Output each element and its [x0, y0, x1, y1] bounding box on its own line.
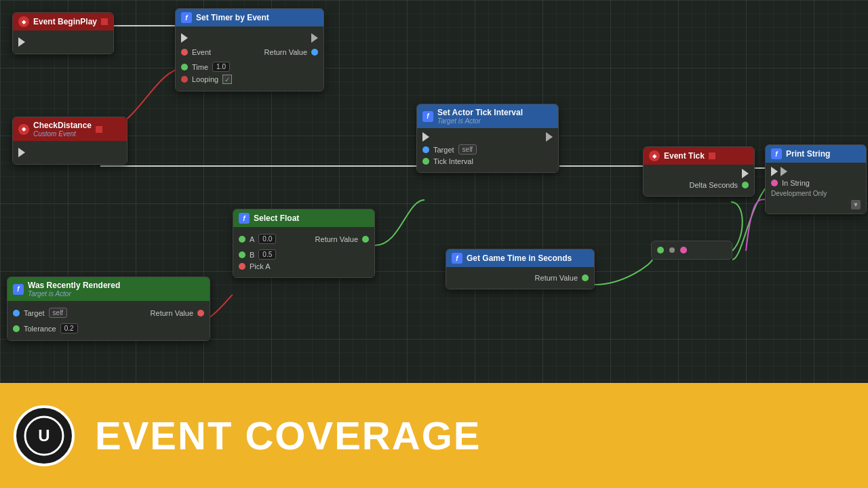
dev-only-label: Development Only: [771, 190, 827, 197]
in-string-label: In String: [782, 179, 810, 187]
a-label: A: [250, 235, 254, 243]
exec-in-pin: [771, 167, 778, 176]
set-timer-title: Set Timer by Event: [196, 13, 269, 22]
a-value[interactable]: 0.0: [258, 234, 276, 244]
select-float-title: Select Float: [254, 214, 299, 223]
print-string-body: In String Development Only ▼: [766, 163, 866, 214]
target-self-tag: self: [49, 308, 68, 318]
target-self-tag: self: [458, 144, 477, 155]
looping-pin: [181, 76, 188, 83]
event-icon: ◆: [18, 124, 29, 135]
event-icon: ◆: [649, 150, 660, 161]
return-row: Return Value: [315, 235, 369, 243]
event-begin-play-title: Event BeginPlay: [33, 17, 97, 26]
looping-checkbox[interactable]: ✓: [222, 75, 232, 84]
check-distance-header: ◆ CheckDistance Custom Event: [13, 117, 127, 141]
input-pin-1: [657, 247, 664, 253]
exec-out-pin: [781, 167, 787, 176]
was-recently-subtitle: Target is Actor: [28, 290, 120, 298]
delta-seconds-row: Delta Seconds: [649, 181, 749, 189]
looping-label: Looping: [192, 75, 218, 83]
target-label: Target: [24, 309, 45, 317]
event-icon: ◆: [18, 16, 29, 27]
header-red-pin: [96, 126, 102, 133]
exec-out-pin: [742, 169, 749, 178]
check-distance-subtitle: Custom Event: [33, 130, 92, 138]
fn-icon: f: [13, 284, 24, 295]
check-distance-title: CheckDistance: [33, 121, 92, 130]
footer-bar: U EVENT COVERAGE: [0, 383, 868, 488]
time-label: Time: [192, 63, 208, 71]
target-row: Target self: [422, 144, 553, 155]
set-timer-header: f Set Timer by Event: [176, 9, 323, 26]
exec-out-pin: [18, 37, 25, 47]
fn-icon: f: [422, 111, 433, 122]
fn-icon: f: [452, 253, 462, 264]
footer-title: EVENT COVERAGE: [95, 413, 481, 458]
select-float-body: A 0.0 Return Value B 0.5 Pick A: [233, 227, 374, 277]
delta-seconds-label: Delta Seconds: [689, 181, 738, 189]
event-tick-node: ◆ Event Tick Delta Seconds: [643, 146, 755, 197]
set-actor-tick-header: f Set Actor Tick Interval Target is Acto…: [417, 104, 558, 128]
return-pin: [582, 274, 589, 281]
header-red-pin: [101, 18, 108, 25]
exec-in-pin: [181, 33, 188, 43]
exec-in-row: [181, 33, 188, 43]
in-string-pin: [771, 180, 778, 186]
target-pin: [13, 310, 20, 317]
tolerance-row: Tolerance 0.2: [13, 323, 204, 333]
looping-row: Looping ✓: [181, 75, 318, 84]
return-pin: [311, 49, 318, 56]
exec-out-row: [311, 33, 318, 43]
output-pin: [680, 247, 687, 253]
check-distance-node: ◆ CheckDistance Custom Event: [12, 117, 127, 165]
return-row: Return Value: [151, 309, 204, 317]
exec-out-pin: [311, 33, 318, 43]
tick-interval-pin: [422, 158, 429, 165]
exec-out-pin: [18, 148, 25, 157]
math-ops-node: [651, 241, 732, 260]
print-string-title: Print String: [786, 149, 830, 159]
event-tick-header: ◆ Event Tick: [644, 147, 754, 165]
event-begin-play-node: ◆ Event BeginPlay: [12, 12, 114, 54]
event-label: Event: [192, 48, 211, 56]
print-string-node: f Print String In String Development Onl…: [765, 144, 867, 214]
event-begin-play-body: [13, 30, 113, 54]
a-pin: [239, 236, 245, 243]
event-row: Event: [181, 48, 211, 56]
return-row: Return Value: [264, 48, 318, 56]
exec-out-pin: [546, 132, 553, 142]
time-value[interactable]: 1.0: [212, 62, 230, 72]
was-recently-body: Target self Return Value Tolerance 0.2: [7, 301, 210, 340]
delta-seconds-pin: [742, 182, 749, 188]
select-float-node: f Select Float A 0.0 Return Value B 0.5: [233, 209, 375, 278]
input-pin-2: [669, 247, 675, 253]
b-row: B 0.5: [239, 249, 369, 260]
pick-a-row: Pick A: [239, 262, 369, 270]
tick-interval-row: Tick Interval: [422, 157, 553, 165]
return-label: Return Value: [535, 274, 578, 282]
blueprint-canvas[interactable]: ◆ Event BeginPlay f Set Timer by Event: [0, 0, 868, 383]
event-pin: [181, 49, 188, 56]
set-actor-tick-node: f Set Actor Tick Interval Target is Acto…: [416, 104, 559, 173]
was-recently-title: Was Recently Rendered: [28, 281, 120, 290]
fn-icon: f: [239, 213, 250, 224]
get-game-time-title: Get Game Time in Seconds: [467, 253, 572, 263]
svg-text:U: U: [38, 426, 50, 445]
collapse-arrow[interactable]: ▼: [851, 200, 861, 209]
event-tick-body: Delta Seconds: [644, 165, 754, 196]
return-pin: [197, 310, 204, 317]
return-label: Return Value: [264, 48, 307, 56]
exec-out-row: [18, 148, 121, 157]
return-label: Return Value: [315, 235, 358, 243]
target-pin: [422, 146, 429, 153]
time-row: Time 1.0: [181, 62, 318, 72]
fn-icon: f: [771, 148, 782, 159]
a-row: A 0.0: [239, 234, 276, 244]
get-game-time-body: Return Value: [446, 267, 594, 289]
tolerance-value[interactable]: 0.2: [60, 323, 78, 333]
b-value[interactable]: 0.5: [258, 249, 276, 260]
select-float-header: f Select Float: [233, 209, 374, 227]
exec-in-pin: [422, 132, 429, 142]
get-game-time-header: f Get Game Time in Seconds: [446, 249, 594, 267]
